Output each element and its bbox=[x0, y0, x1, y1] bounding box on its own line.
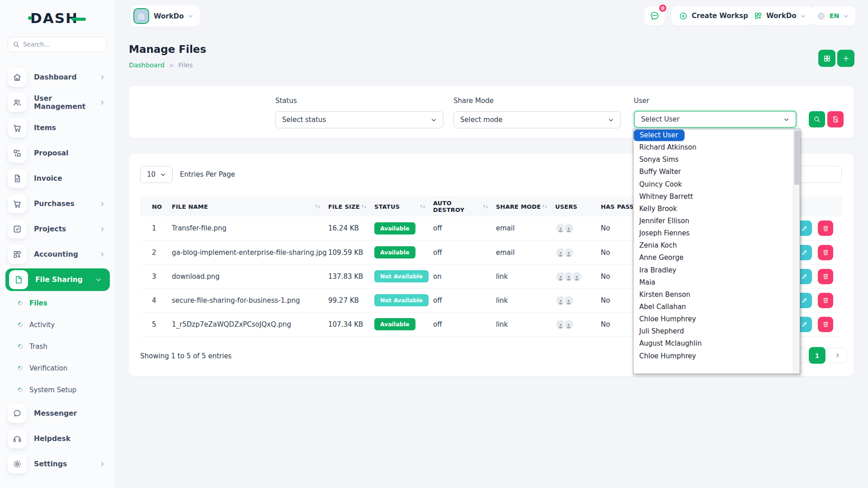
dropdown-scrollbar[interactable] bbox=[793, 129, 800, 374]
user-option[interactable]: Jennifer Ellison bbox=[633, 215, 793, 227]
sidebar-item[interactable]: User Management bbox=[0, 90, 115, 115]
delete-file-button[interactable] bbox=[818, 269, 833, 284]
clear-filter-icon bbox=[832, 116, 839, 123]
reset-filter-button[interactable] bbox=[827, 111, 844, 127]
user-option[interactable]: Sonya Sims bbox=[633, 154, 793, 166]
user-option[interactable]: Richard Atkinson bbox=[633, 141, 793, 154]
sidebar-item[interactable]: Accounting bbox=[0, 242, 115, 267]
user-option[interactable]: Chloe Humphrey bbox=[633, 350, 793, 362]
sidebar-subitem[interactable]: Activity bbox=[0, 314, 115, 336]
sidebar-subitem[interactable]: Files bbox=[0, 292, 115, 314]
user-option[interactable]: Chloe Humphrey bbox=[633, 313, 793, 325]
gear-icon bbox=[8, 455, 27, 474]
sidebar-item[interactable]: Projects bbox=[0, 216, 115, 242]
share-mode-filter-label: Share Mode bbox=[453, 97, 494, 105]
sort-icon[interactable]: ↑↓ bbox=[314, 204, 320, 209]
user-avatar bbox=[563, 247, 574, 258]
sidebar-item[interactable]: Purchases bbox=[0, 191, 115, 216]
sidebar-item[interactable]: Helpdesk bbox=[0, 426, 115, 451]
trash-icon bbox=[822, 249, 829, 256]
delete-file-button[interactable] bbox=[818, 221, 833, 236]
language-selector[interactable]: EN bbox=[811, 6, 855, 25]
column-file-size[interactable]: FILE SIZE↑↓ bbox=[328, 197, 374, 216]
status-badge: Not Available bbox=[374, 270, 429, 282]
user-option[interactable]: August Mclaughlin bbox=[633, 338, 793, 350]
user-option[interactable]: Anne George bbox=[633, 252, 793, 264]
workspace-switcher[interactable]: WorkDo bbox=[131, 5, 200, 27]
user-menu[interactable]: WorkDo bbox=[748, 6, 812, 25]
apply-filter-button[interactable] bbox=[809, 111, 825, 127]
cell-no: 5 bbox=[140, 312, 172, 336]
column-auto-destroy[interactable]: AUTO DESTROY↑↓ bbox=[433, 197, 496, 216]
user-avatars bbox=[555, 271, 601, 282]
sort-icon[interactable]: ↑↓ bbox=[360, 204, 366, 209]
sidebar-search[interactable] bbox=[8, 37, 107, 52]
cell-file-size: 109.59 KB bbox=[328, 240, 374, 264]
breadcrumb-separator: > bbox=[169, 62, 174, 69]
column-status[interactable]: STATUS↑↓ bbox=[374, 197, 433, 216]
user-option[interactable]: Abel Callahan bbox=[633, 301, 793, 313]
messages-badge: 0 bbox=[658, 4, 667, 13]
chevron-down-icon bbox=[431, 117, 437, 123]
sidebar-item[interactable]: Settings bbox=[0, 451, 115, 477]
delete-file-button[interactable] bbox=[818, 293, 833, 308]
pagination-next-button[interactable] bbox=[828, 347, 847, 363]
add-file-button[interactable] bbox=[837, 50, 854, 67]
user-option[interactable]: Kirsten Benson bbox=[633, 289, 793, 301]
plus-icon bbox=[842, 55, 850, 62]
cell-share-mode: link bbox=[496, 288, 555, 312]
user-option[interactable]: Select User bbox=[633, 129, 685, 141]
sidebar-search-input[interactable] bbox=[23, 41, 100, 48]
user-filter-select[interactable]: Select User bbox=[634, 111, 797, 128]
cart-icon bbox=[8, 194, 27, 213]
sidebar-item[interactable]: Proposal bbox=[0, 141, 115, 166]
user-avatar bbox=[563, 223, 574, 234]
user-option[interactable]: Whitney Barrett bbox=[633, 191, 793, 203]
bullet-icon bbox=[17, 365, 24, 371]
sort-icon[interactable]: ↑↓ bbox=[541, 204, 547, 209]
grid-plus-icon bbox=[754, 12, 762, 20]
sidebar-item[interactable]: File Sharing bbox=[0, 267, 115, 292]
status-filter-select[interactable]: Select status bbox=[275, 111, 443, 128]
cell-users bbox=[555, 264, 601, 288]
column-file-name[interactable]: FILE NAME↑↓ bbox=[172, 197, 328, 216]
sidebar-item[interactable]: Messenger bbox=[0, 401, 115, 426]
app-logo[interactable]: DASH bbox=[28, 10, 86, 26]
user-option[interactable]: Quincy Cook bbox=[633, 178, 793, 191]
cell-file-size: 137.83 KB bbox=[328, 264, 374, 288]
user-option[interactable]: Buffy Walter bbox=[633, 166, 793, 178]
share-mode-filter-select[interactable]: Select mode bbox=[453, 111, 621, 128]
person-icon bbox=[574, 275, 580, 281]
user-option[interactable]: Zenia Koch bbox=[633, 239, 793, 252]
scrollbar-thumb[interactable] bbox=[794, 131, 799, 185]
entries-per-page-value: 10 bbox=[147, 170, 156, 178]
cell-auto-destroy: off bbox=[433, 312, 496, 336]
sidebar-item[interactable]: Items bbox=[0, 115, 115, 141]
cell-no: 2 bbox=[140, 240, 172, 264]
sidebar-subitem[interactable]: System Setup bbox=[0, 379, 115, 401]
user-option[interactable]: Ira Bradley bbox=[633, 264, 793, 277]
entries-per-page-select[interactable]: 10 bbox=[140, 166, 173, 183]
sidebar-subitem[interactable]: Verification bbox=[0, 357, 115, 379]
grid-view-button[interactable] bbox=[818, 50, 835, 67]
sidebar-subitem[interactable]: Trash bbox=[0, 336, 115, 357]
status-badge: Available bbox=[374, 246, 415, 258]
sidebar-item[interactable]: Dashboard bbox=[0, 65, 115, 90]
messages-button[interactable]: 0 bbox=[645, 6, 665, 25]
sort-icon[interactable]: ↑↓ bbox=[482, 204, 488, 209]
breadcrumb-dashboard[interactable]: Dashboard bbox=[129, 61, 165, 69]
pagination-page-1[interactable]: 1 bbox=[809, 347, 826, 364]
user-option[interactable]: Kelly Brook bbox=[633, 203, 793, 215]
delete-file-button[interactable] bbox=[818, 245, 833, 260]
delete-file-button[interactable] bbox=[818, 317, 833, 332]
cell-file-name: download.png bbox=[172, 264, 328, 288]
sidebar-item[interactable]: Invoice bbox=[0, 166, 115, 191]
table-summary: Showing 1 to 5 of 5 entries bbox=[140, 352, 231, 360]
cell-share-mode: email bbox=[496, 216, 555, 240]
column-share-mode[interactable]: SHARE MODE↑↓ bbox=[496, 197, 555, 216]
sort-icon[interactable]: ↑↓ bbox=[419, 204, 425, 209]
user-option[interactable]: Juli Shepherd bbox=[633, 325, 793, 338]
user-option[interactable]: Joseph Fiennes bbox=[633, 227, 793, 239]
user-option[interactable]: Maia bbox=[633, 277, 793, 289]
proposal-icon bbox=[8, 144, 27, 163]
